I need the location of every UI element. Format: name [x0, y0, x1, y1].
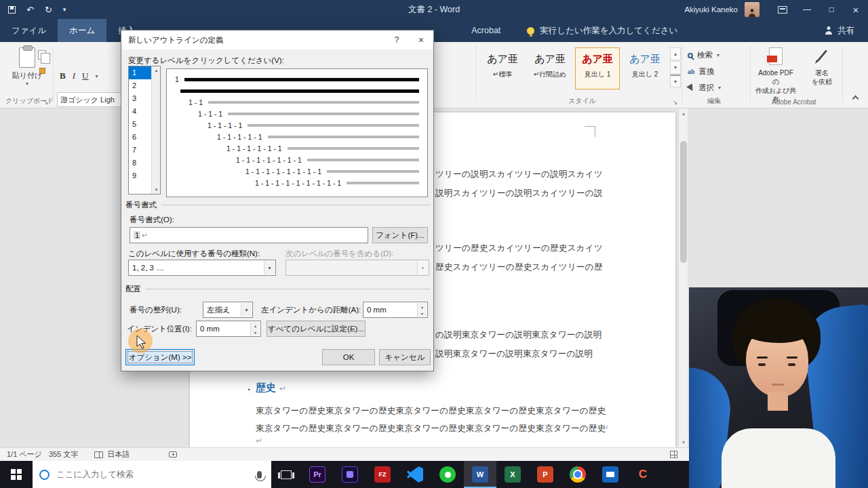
- level-option[interactable]: 9: [129, 169, 151, 182]
- alignment-combo[interactable]: 左揃え ▾: [203, 302, 253, 318]
- status-mode-icon[interactable]: [169, 451, 177, 458]
- italic-button[interactable]: I: [73, 70, 75, 81]
- level-option-selected[interactable]: 1: [129, 66, 151, 79]
- language-indicator[interactable]: 日本語: [107, 449, 130, 460]
- taskbar-app-word[interactable]: W: [464, 461, 496, 488]
- format-painter-icon[interactable]: [39, 68, 45, 74]
- redo-icon[interactable]: ↻: [45, 5, 52, 15]
- page-indicator[interactable]: 1/1 ページ: [7, 449, 42, 460]
- level-option[interactable]: 4: [129, 105, 151, 118]
- taskbar-app-blue[interactable]: [594, 461, 627, 488]
- apply-all-levels-button[interactable]: すべてのレベルに設定(E)...: [267, 321, 366, 337]
- tab-acrobat[interactable]: Acrobat: [460, 19, 512, 42]
- taskbar-app-chrome[interactable]: [561, 461, 594, 488]
- underline-chevron-icon[interactable]: ▾: [95, 73, 98, 79]
- user-name[interactable]: Akiyuki Kaneko: [684, 5, 738, 14]
- tab-file[interactable]: ファイル: [0, 19, 58, 42]
- copy-icon[interactable]: [38, 50, 46, 60]
- level-option[interactable]: 5: [129, 118, 151, 131]
- style-card-no-spacing[interactable]: あア亜 ↵行間詰め: [528, 47, 572, 89]
- level-option[interactable]: 8: [129, 157, 151, 169]
- listbox-scroll-down-icon[interactable]: ▾: [152, 187, 161, 192]
- styles-more-icon[interactable]: ▾: [670, 75, 681, 87]
- dialog-title-bar[interactable]: 新しいアウトラインの定義 ? ×: [121, 30, 433, 49]
- collapse-ribbon-icon[interactable]: [852, 96, 859, 102]
- taskbar-app-green[interactable]: [431, 461, 464, 488]
- grid-status-icon[interactable]: [670, 451, 677, 458]
- combo-chevron-icon[interactable]: ▾: [241, 303, 252, 317]
- level-listbox[interactable]: 1 2 3 4 5 6 7 8 9 ▴ ▾: [128, 66, 161, 195]
- style-card-normal[interactable]: あア亜 ↵標準: [480, 47, 525, 89]
- avatar[interactable]: [745, 2, 760, 17]
- tell-me-box[interactable]: 実行したい作業を入力してください: [527, 19, 677, 42]
- replace-button[interactable]: ab 置換: [688, 66, 715, 77]
- underline-button[interactable]: U: [82, 70, 88, 81]
- combo-chevron-icon[interactable]: ▾: [264, 261, 275, 274]
- listbox-scrollbar[interactable]: ▴ ▾: [151, 66, 160, 194]
- clipboard-launcher-icon[interactable]: ↘: [43, 99, 49, 106]
- taskbar-search[interactable]: [33, 461, 271, 488]
- undo-icon[interactable]: ↶: [26, 5, 34, 15]
- spellcheck-icon[interactable]: [94, 451, 103, 458]
- dialog-close-icon[interactable]: ×: [409, 30, 433, 49]
- minimize-button[interactable]: —: [795, 0, 819, 19]
- number-format-input[interactable]: 1 ↵: [130, 227, 368, 243]
- style-card-heading2[interactable]: あア亜 見出し 2: [623, 47, 667, 89]
- cancel-button[interactable]: キャンセル: [379, 349, 431, 365]
- excel-icon: X: [505, 466, 521, 483]
- ribbon-display-options-icon[interactable]: [770, 0, 795, 19]
- level-option[interactable]: 3: [129, 92, 151, 105]
- number-kind-combo[interactable]: 1, 2, 3 … ▾: [128, 260, 276, 276]
- listbox-scroll-up-icon[interactable]: ▴: [152, 68, 161, 73]
- save-icon[interactable]: [8, 6, 16, 14]
- styles-launcher-icon[interactable]: ↘: [673, 99, 678, 106]
- search-input[interactable]: [56, 470, 250, 479]
- level-option[interactable]: 2: [129, 79, 151, 92]
- spinner-buttons[interactable]: ▴ ▾: [417, 303, 427, 317]
- bold-button[interactable]: B: [60, 70, 66, 81]
- taskbar-app-powerpoint[interactable]: P: [529, 461, 561, 488]
- combo-chevron-icon: ▾: [417, 261, 428, 274]
- distance-spinner[interactable]: 0 mm ▴ ▾: [363, 302, 428, 318]
- start-button[interactable]: [0, 461, 33, 488]
- find-button[interactable]: 検索 ▾: [688, 50, 719, 60]
- scroll-up-icon[interactable]: ▴: [679, 110, 688, 117]
- taskbar-app-filezilla[interactable]: FZ: [366, 461, 399, 488]
- tab-home[interactable]: ホーム: [58, 19, 106, 42]
- ok-button[interactable]: OK: [322, 349, 375, 365]
- taskbar-app-excel[interactable]: X: [496, 461, 529, 488]
- level-option[interactable]: 7: [129, 144, 151, 157]
- font-button[interactable]: フォント(F)...: [372, 227, 428, 243]
- scroll-down-icon[interactable]: ▾: [679, 439, 688, 445]
- indent-spinner[interactable]: 0 mm ▴ ▾: [196, 321, 261, 337]
- taskbar-app-captura[interactable]: C: [627, 461, 659, 488]
- vertical-scrollbar[interactable]: ▴ ▾: [678, 108, 688, 447]
- close-button[interactable]: ×: [844, 0, 868, 19]
- font-format-buttons: B I U ▾: [60, 70, 98, 81]
- user-icon: [748, 9, 756, 17]
- scrollbar-thumb[interactable]: [680, 141, 687, 263]
- alignment-label: 番号の整列(U):: [130, 305, 182, 315]
- create-pdf-button[interactable]: Adobe PDF の 作成および共有: [754, 47, 797, 104]
- level-option[interactable]: 6: [129, 131, 151, 144]
- microphone-icon[interactable]: [257, 471, 262, 479]
- word-count[interactable]: 355 文字: [49, 449, 78, 460]
- taskbar-app-premiere[interactable]: Pr: [301, 461, 334, 488]
- select-button[interactable]: 選択 ▾: [688, 83, 721, 93]
- styles-scroll-up-icon[interactable]: ▴: [670, 47, 681, 60]
- preview-level-label: 1 - 1 - 1 - 1 - 1 - 1: [226, 144, 282, 152]
- dialog-help-icon[interactable]: ?: [384, 30, 409, 49]
- taskbar-app-photoshop[interactable]: [334, 461, 366, 488]
- qat-customize-icon[interactable]: ▾: [63, 6, 66, 13]
- share-button[interactable]: 共有: [825, 19, 868, 42]
- taskbar-app-vscode[interactable]: [399, 461, 431, 488]
- style-card-heading1[interactable]: あア亜 見出し 1: [575, 47, 620, 89]
- maximize-button[interactable]: □: [819, 0, 844, 19]
- spinner-buttons[interactable]: ▴ ▾: [250, 322, 260, 336]
- request-signature-button[interactable]: 署名 を依頼: [800, 47, 844, 86]
- document-text-line: の説明東京タワーの説明東京タワーの説明: [435, 329, 601, 341]
- styles-scroll-down-icon[interactable]: ▾: [670, 61, 681, 74]
- powerpoint-icon: P: [537, 466, 553, 483]
- vscode-icon: [407, 466, 423, 483]
- task-view-button[interactable]: [271, 461, 301, 488]
